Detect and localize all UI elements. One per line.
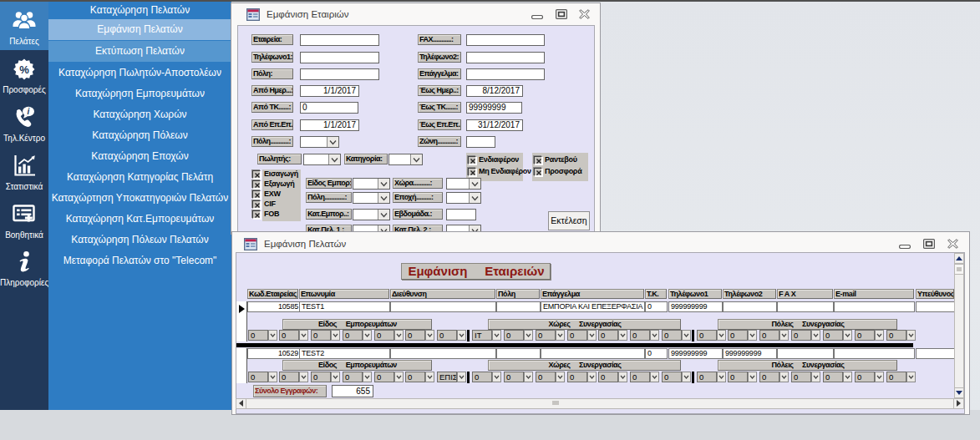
svg-text:%: % — [19, 63, 29, 76]
svg-text:i: i — [28, 107, 30, 116]
